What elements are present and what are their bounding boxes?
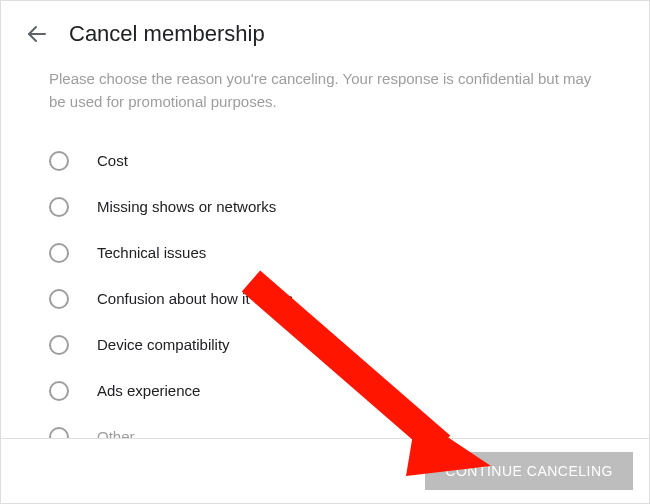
radio-icon	[49, 335, 69, 355]
radio-icon	[49, 151, 69, 171]
cancel-reasons-list: Cost Missing shows or networks Technical…	[49, 138, 601, 460]
option-label: Confusion about how it works	[97, 290, 293, 307]
option-label: Device compatibility	[97, 336, 230, 353]
radio-icon	[49, 197, 69, 217]
description-text: Please choose the reason you're cancelin…	[49, 67, 601, 114]
radio-icon	[49, 243, 69, 263]
continue-canceling-button[interactable]: CONTINUE CANCELING	[425, 452, 633, 490]
option-confusion[interactable]: Confusion about how it works	[49, 276, 601, 322]
option-label: Ads experience	[97, 382, 200, 399]
option-label: Missing shows or networks	[97, 198, 276, 215]
option-cost[interactable]: Cost	[49, 138, 601, 184]
option-technical-issues[interactable]: Technical issues	[49, 230, 601, 276]
radio-icon	[49, 381, 69, 401]
page-title: Cancel membership	[69, 21, 265, 47]
radio-icon	[49, 289, 69, 309]
header: Cancel membership	[1, 1, 649, 55]
footer-bar: CONTINUE CANCELING	[1, 438, 649, 503]
back-arrow-icon[interactable]	[25, 22, 49, 46]
option-device-compatibility[interactable]: Device compatibility	[49, 322, 601, 368]
option-ads-experience[interactable]: Ads experience	[49, 368, 601, 414]
option-label: Technical issues	[97, 244, 206, 261]
content-area: Please choose the reason you're cancelin…	[1, 55, 649, 460]
option-label: Cost	[97, 152, 128, 169]
option-missing-shows[interactable]: Missing shows or networks	[49, 184, 601, 230]
